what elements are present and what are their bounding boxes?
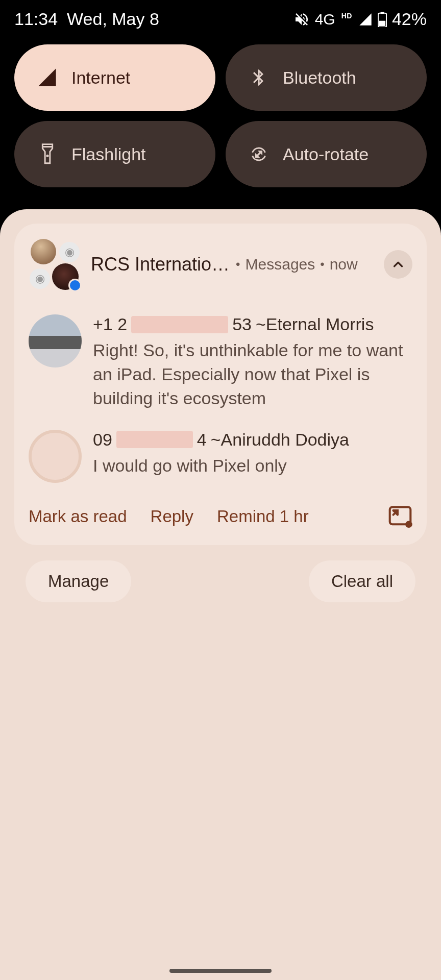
status-time: 11:34	[14, 9, 58, 29]
qs-tile-autorotate[interactable]: Auto-rotate	[226, 121, 427, 187]
notification-actions: Mark as read Reply Remind 1 hr	[29, 487, 412, 545]
notification-app-label: Messages	[246, 256, 315, 273]
redacted-number	[116, 431, 193, 448]
notification-time-label: now	[330, 256, 358, 273]
svg-point-3	[46, 155, 48, 157]
autorotate-icon	[248, 143, 270, 165]
mute-icon	[293, 11, 310, 28]
network-type-label: 4G	[315, 11, 335, 28]
svg-rect-1	[381, 12, 384, 14]
qs-label: Bluetooth	[283, 68, 356, 88]
qs-tile-flashlight[interactable]: Flashlight	[14, 121, 215, 187]
status-bar: 11:34 Wed, May 8 4G HD 42%	[0, 0, 441, 34]
bubble-icon[interactable]	[388, 505, 412, 528]
qs-label: Internet	[71, 68, 130, 88]
group-avatar: ◉ ◉	[29, 239, 80, 290]
qs-tile-internet[interactable]: Internet	[14, 44, 215, 111]
avatar	[29, 430, 82, 483]
collapse-button[interactable]	[384, 250, 412, 279]
manage-button[interactable]: Manage	[26, 560, 131, 602]
notification-card[interactable]: ◉ ◉ RCS Internatio… • Messages • now	[14, 224, 427, 545]
battery-percent-label: 42%	[392, 9, 427, 29]
signal-icon	[358, 12, 373, 27]
hd-badge: HD	[340, 11, 353, 20]
bluetooth-icon	[248, 67, 270, 88]
qs-label: Flashlight	[71, 144, 146, 164]
qs-label: Auto-rotate	[283, 144, 369, 164]
reply-button[interactable]: Reply	[151, 507, 193, 526]
status-date: Wed, May 8	[67, 9, 159, 29]
message-text: Right! So, it's unthinkable for me to wa…	[93, 338, 412, 410]
clear-all-button[interactable]: Clear all	[309, 560, 415, 602]
svg-point-5	[405, 521, 412, 528]
message-sender: +1 2 53 ~Eternal Morris	[93, 314, 412, 334]
svg-rect-2	[379, 20, 385, 26]
battery-icon	[378, 12, 387, 27]
notification-shade: ◉ ◉ RCS Internatio… • Messages • now	[0, 209, 441, 980]
internet-icon	[37, 67, 58, 88]
notification-meta: • Messages • now	[236, 256, 358, 273]
message-row[interactable]: +1 2 53 ~Eternal Morris Right! So, it's …	[29, 299, 412, 414]
message-row[interactable]: 09 4 ~Aniruddh Dodiya I would go with Pi…	[29, 414, 412, 487]
mark-as-read-button[interactable]: Mark as read	[29, 507, 127, 526]
flashlight-icon	[37, 143, 58, 165]
chevron-up-icon	[390, 257, 406, 272]
notification-title: RCS Internatio…	[91, 254, 230, 275]
redacted-number	[131, 316, 228, 333]
remind-button[interactable]: Remind 1 hr	[217, 507, 309, 526]
notification-header[interactable]: ◉ ◉ RCS Internatio… • Messages • now	[29, 235, 412, 299]
avatar	[29, 314, 82, 368]
shade-footer: Manage Clear all	[14, 545, 427, 602]
nav-handle[interactable]	[169, 969, 272, 973]
message-text: I would go with Pixel only	[93, 454, 412, 478]
quick-settings-grid: Internet Bluetooth Flashlight Auto-rotat…	[0, 34, 441, 202]
qs-tile-bluetooth[interactable]: Bluetooth	[226, 44, 427, 111]
message-sender: 09 4 ~Aniruddh Dodiya	[93, 430, 412, 450]
